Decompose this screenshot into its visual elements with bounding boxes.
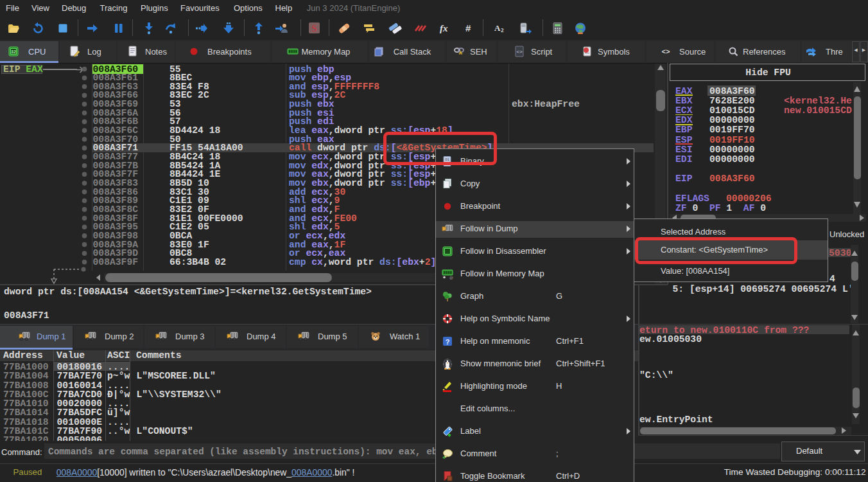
svg-text:<>: <> [661,48,670,56]
svg-text:@: @ [449,276,453,280]
svg-text:fx: fx [440,23,448,33]
svg-text:?: ? [446,337,450,345]
svg-text:<>: <> [516,49,523,55]
svg-text:2: 2 [501,27,504,33]
svg-text:S: S [312,24,317,33]
svg-text:A: A [494,23,501,33]
svg-text:#: # [465,22,471,33]
